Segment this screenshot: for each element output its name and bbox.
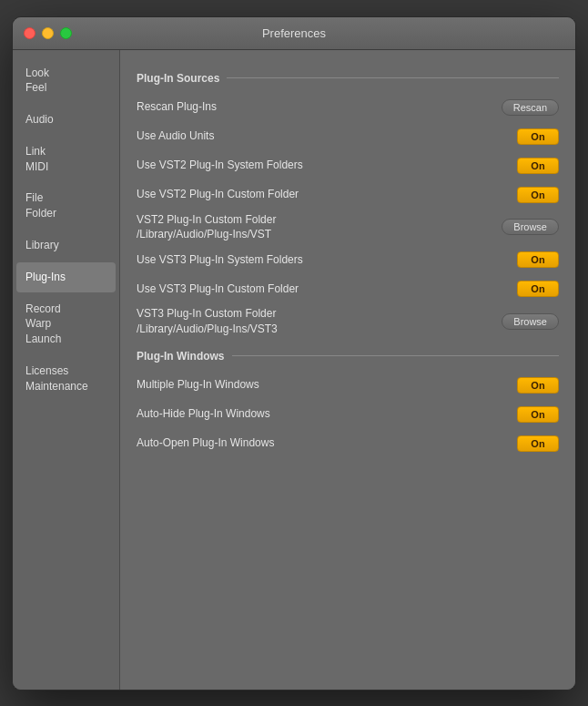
section-header-plug-in-windows: Plug-In Windows <box>137 350 559 363</box>
label-multiple-windows: Multiple Plug-In Windows <box>137 377 517 393</box>
sidebar-item-link-midi[interactable]: LinkMIDI <box>16 137 116 182</box>
main-panel: Plug-In Sources Rescan Plug-Ins Rescan U… <box>120 50 575 690</box>
label-vst2-system: Use VST2 Plug-In System Folders <box>137 158 517 173</box>
sidebar-item-record-warp-launch[interactable]: RecordWarpLaunch <box>16 294 116 354</box>
window-title: Preferences <box>262 26 326 40</box>
row-vst2-system: Use VST2 Plug-In System Folders On <box>137 154 559 178</box>
row-vst3-system: Use VST3 Plug-In System Folders On <box>137 248 559 271</box>
label-auto-hide: Auto-Hide Plug-In Windows <box>137 406 517 422</box>
vst2-system-toggle[interactable]: On <box>517 158 559 174</box>
vst2-browse-button[interactable]: Browse <box>502 219 559 235</box>
label-vst3-folder: VST3 Plug-In Custom Folder/Library/Audio… <box>137 306 502 337</box>
label-auto-open: Auto-Open Plug-In Windows <box>137 435 517 451</box>
traffic-lights <box>24 27 72 39</box>
vst3-custom-toggle[interactable]: On <box>517 281 559 297</box>
section-divider-2 <box>232 355 559 356</box>
row-auto-open: Auto-Open Plug-In Windows On <box>137 432 559 455</box>
vst3-system-toggle[interactable]: On <box>517 251 559 268</box>
row-vst3-folder: VST3 Plug-In Custom Folder/Library/Audio… <box>137 306 559 337</box>
vst3-browse-button[interactable]: Browse <box>502 313 559 330</box>
sidebar: LookFeel Audio LinkMIDI FileFolder Libra… <box>13 50 120 690</box>
sidebar-item-plug-ins[interactable]: Plug-Ins <box>16 262 116 292</box>
maximize-button[interactable] <box>60 27 72 39</box>
vst2-custom-toggle[interactable]: On <box>517 187 559 203</box>
row-rescan: Rescan Plug-Ins Rescan <box>137 96 559 119</box>
minimize-button[interactable] <box>42 27 54 39</box>
close-button[interactable] <box>24 27 35 39</box>
label-vst2-folder: VST2 Plug-In Custom Folder/Library/Audio… <box>137 212 502 243</box>
auto-hide-toggle[interactable]: On <box>517 406 559 423</box>
multiple-windows-toggle[interactable]: On <box>517 377 559 394</box>
label-vst3-custom: Use VST3 Plug-In Custom Folder <box>137 281 517 297</box>
section-title-plug-in-sources: Plug-In Sources <box>137 72 219 85</box>
sidebar-item-audio[interactable]: Audio <box>16 105 116 135</box>
row-vst2-folder: VST2 Plug-In Custom Folder/Library/Audio… <box>137 212 559 243</box>
preferences-window: Preferences LookFeel Audio LinkMIDI File… <box>12 16 576 691</box>
sidebar-item-library[interactable]: Library <box>16 230 116 261</box>
label-vst2-custom: Use VST2 Plug-In Custom Folder <box>137 187 517 202</box>
label-vst3-system: Use VST3 Plug-In System Folders <box>137 252 517 268</box>
auto-open-toggle[interactable]: On <box>517 435 559 452</box>
row-multiple-windows: Multiple Plug-In Windows On <box>137 373 559 397</box>
section-header-plug-in-sources: Plug-In Sources <box>137 72 559 85</box>
label-audio-units: Use Audio Units <box>137 128 517 144</box>
row-vst2-custom: Use VST2 Plug-In Custom Folder On <box>137 183 559 207</box>
sidebar-item-look-feel[interactable]: LookFeel <box>16 58 116 104</box>
row-vst3-custom: Use VST3 Plug-In Custom Folder On <box>137 277 559 301</box>
sidebar-item-file-folder[interactable]: FileFolder <box>16 183 116 229</box>
section-title-plug-in-windows: Plug-In Windows <box>137 350 225 363</box>
audio-units-toggle[interactable]: On <box>517 128 559 145</box>
section-divider-1 <box>227 77 559 78</box>
sidebar-item-licenses-maintenance[interactable]: LicensesMaintenance <box>16 356 116 402</box>
row-audio-units: Use Audio Units On <box>137 125 559 148</box>
rescan-button[interactable]: Rescan <box>502 99 559 116</box>
label-rescan: Rescan Plug-Ins <box>137 99 502 115</box>
title-bar: Preferences <box>13 17 575 50</box>
content-area: LookFeel Audio LinkMIDI FileFolder Libra… <box>13 50 575 690</box>
row-auto-hide: Auto-Hide Plug-In Windows On <box>137 403 559 426</box>
